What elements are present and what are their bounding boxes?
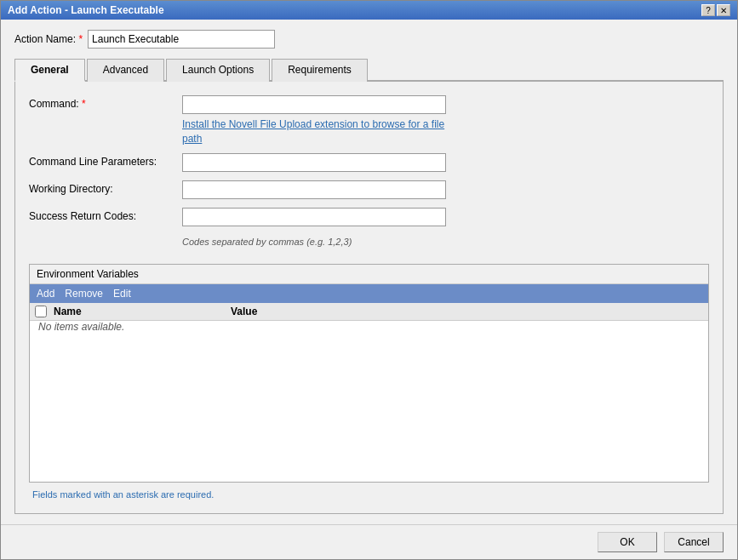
env-edit-button[interactable]: Edit bbox=[112, 287, 133, 300]
tab-advanced[interactable]: Advanced bbox=[87, 59, 164, 82]
returncode-field bbox=[182, 208, 446, 226]
required-star: * bbox=[78, 33, 83, 45]
help-button[interactable]: ? bbox=[701, 4, 715, 16]
title-bar: Add Action - Launch Executable ? ✕ bbox=[1, 1, 737, 20]
cmdline-row: Command Line Parameters: bbox=[29, 153, 709, 174]
command-field: Install the Novell File Upload extension… bbox=[182, 95, 446, 146]
novell-upload-link[interactable]: Install the Novell File Upload extension… bbox=[182, 117, 446, 146]
command-row: Command: * Install the Novell File Uploa… bbox=[29, 95, 709, 146]
env-variables-section: Environment Variables Add Remove Edit Na… bbox=[29, 264, 709, 483]
returncode-label: Success Return Codes: bbox=[29, 208, 182, 222]
cancel-button[interactable]: Cancel bbox=[664, 532, 724, 552]
ok-button[interactable]: OK bbox=[598, 532, 657, 552]
workdir-input[interactable] bbox=[182, 180, 446, 199]
workdir-label: Working Directory: bbox=[29, 180, 182, 195]
command-input[interactable] bbox=[182, 95, 446, 114]
command-label: Command: * bbox=[29, 95, 182, 110]
dialog-footer: OK Cancel bbox=[1, 524, 737, 559]
env-no-items: No items available. bbox=[30, 321, 708, 333]
env-add-button[interactable]: Add bbox=[35, 287, 56, 300]
action-name-label: Action Name: * bbox=[14, 33, 83, 45]
env-toolbar: Add Remove Edit bbox=[30, 284, 708, 303]
tab-content-general: Command: * Install the Novell File Uploa… bbox=[14, 82, 724, 514]
tab-requirements[interactable]: Requirements bbox=[272, 59, 368, 82]
return-codes-hint: Codes separated by commas (e.g. 1,2,3) bbox=[182, 237, 709, 247]
tab-general[interactable]: General bbox=[14, 59, 85, 82]
title-bar-buttons: ? ✕ bbox=[701, 4, 730, 16]
dialog-body: Action Name: * General Advanced Launch O… bbox=[1, 20, 737, 524]
command-required: * bbox=[82, 98, 86, 110]
env-remove-button[interactable]: Remove bbox=[63, 287, 105, 300]
tabs-bar: General Advanced Launch Options Requirem… bbox=[14, 57, 724, 82]
dialog-title: Add Action - Launch Executable bbox=[8, 4, 164, 16]
cmdline-input[interactable] bbox=[182, 153, 446, 172]
dialog-window: Add Action - Launch Executable ? ✕ Actio… bbox=[0, 0, 738, 560]
returncode-input[interactable] bbox=[182, 208, 446, 226]
close-button[interactable]: ✕ bbox=[717, 4, 730, 16]
tab-launch-options[interactable]: Launch Options bbox=[166, 59, 270, 82]
action-name-input[interactable] bbox=[88, 30, 275, 49]
env-col-value: Value bbox=[231, 306, 257, 317]
required-fields-note: Fields marked with an asterisk are requi… bbox=[29, 489, 709, 500]
returncode-row: Success Return Codes: bbox=[29, 208, 709, 228]
workdir-row: Working Directory: bbox=[29, 180, 709, 201]
form-section: Command: * Install the Novell File Uploa… bbox=[29, 95, 709, 247]
action-name-row: Action Name: * bbox=[14, 30, 724, 49]
cmdline-label: Command Line Parameters: bbox=[29, 153, 182, 168]
env-title: Environment Variables bbox=[30, 265, 708, 284]
